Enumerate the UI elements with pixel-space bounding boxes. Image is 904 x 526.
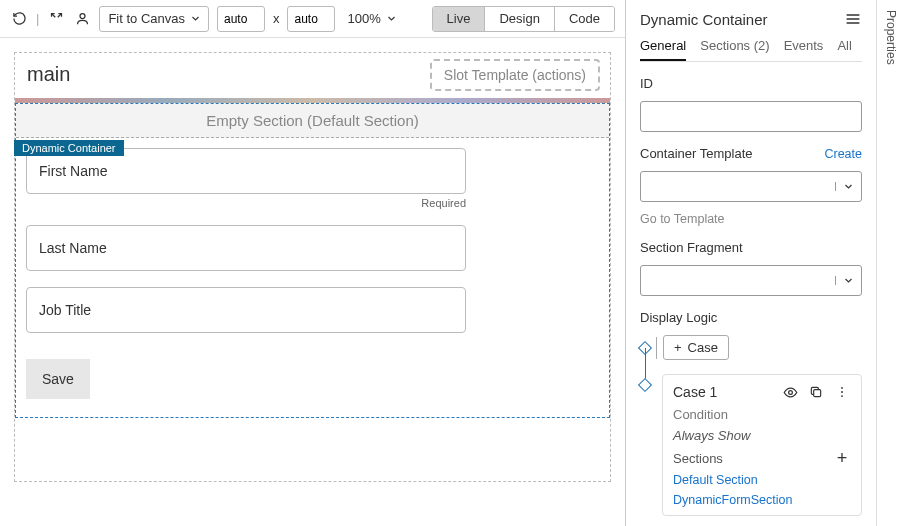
top-toolbar: | Fit to Canvas x 100% Live Design Code: [0, 0, 625, 38]
id-input[interactable]: [640, 101, 862, 132]
decision-node-icon: [638, 378, 652, 392]
chevron-down-icon: [835, 182, 861, 191]
display-logic-root: + Case: [640, 335, 862, 360]
id-label: ID: [640, 76, 862, 91]
tab-all[interactable]: All: [837, 38, 851, 61]
user-icon[interactable]: [73, 10, 91, 28]
expand-icon[interactable]: [47, 10, 65, 28]
form-area: Required Save: [16, 138, 609, 399]
container-template-select[interactable]: [640, 171, 862, 202]
properties-rail[interactable]: Properties: [876, 0, 904, 526]
menu-icon[interactable]: [844, 10, 862, 28]
fit-label: Fit to Canvas: [108, 11, 185, 26]
svg-point-4: [841, 391, 843, 393]
condition-value: Always Show: [673, 428, 851, 443]
sections-label: Sections: [673, 451, 723, 466]
tab-general[interactable]: General: [640, 38, 686, 61]
properties-panel: Dynamic Container General Sections (2) E…: [626, 0, 876, 526]
section-fragment-label: Section Fragment: [640, 240, 862, 255]
svg-point-5: [841, 395, 843, 397]
mode-switch: Live Design Code: [432, 6, 615, 32]
rail-label: Properties: [884, 10, 898, 65]
props-header: Dynamic Container: [640, 10, 862, 28]
refresh-icon[interactable]: [10, 10, 28, 28]
first-name-field: Required: [26, 148, 599, 209]
create-link[interactable]: Create: [824, 147, 862, 161]
case-actions: [781, 383, 851, 401]
job-title-field: [26, 287, 599, 333]
container-template-label: Container Template Create: [640, 146, 862, 161]
props-title: Dynamic Container: [640, 11, 768, 28]
chevron-down-icon: [191, 14, 200, 23]
separator: |: [36, 11, 39, 26]
job-title-input[interactable]: [26, 287, 466, 333]
case-title: Case 1: [673, 384, 717, 400]
main-column: | Fit to Canvas x 100% Live Design Code …: [0, 0, 626, 526]
last-name-field: [26, 225, 599, 271]
tree-connector: [640, 374, 662, 516]
display-logic-label: Display Logic: [640, 310, 862, 325]
kebab-icon[interactable]: [833, 383, 851, 401]
mode-live-button[interactable]: Live: [433, 7, 486, 31]
tab-events[interactable]: Events: [784, 38, 824, 61]
chevron-down-icon: [387, 14, 396, 23]
chevron-down-icon: [835, 276, 861, 285]
empty-section-label[interactable]: Empty Section (Default Section): [16, 104, 609, 138]
canvas-viewport: main Slot Template (actions) Dynamic Con…: [0, 38, 625, 526]
case-button-label: Case: [688, 340, 718, 355]
zoom-label: 100%: [347, 11, 380, 26]
slot-template-actions[interactable]: Slot Template (actions): [430, 59, 600, 91]
eye-icon[interactable]: [781, 383, 799, 401]
plus-icon[interactable]: +: [833, 449, 851, 467]
condition-label: Condition: [673, 407, 851, 422]
dynamic-container-badge: Dynamic Container: [14, 140, 124, 156]
width-input[interactable]: [217, 6, 265, 32]
svg-point-0: [80, 14, 85, 19]
connector-line: [656, 337, 657, 359]
case-card[interactable]: Case 1 Condition Always Show Sections + …: [662, 374, 862, 516]
section-fragment-select[interactable]: [640, 265, 862, 296]
copy-icon[interactable]: [807, 383, 825, 401]
save-button[interactable]: Save: [26, 359, 90, 399]
section-link-dynamic[interactable]: DynamicFormSection: [673, 493, 851, 507]
add-case-button[interactable]: + Case: [663, 335, 729, 360]
dim-x-label: x: [273, 11, 280, 26]
tab-sections[interactable]: Sections (2): [700, 38, 769, 61]
container-template-text: Container Template: [640, 146, 753, 161]
props-tabs: General Sections (2) Events All: [640, 38, 862, 62]
fit-dropdown[interactable]: Fit to Canvas: [99, 6, 209, 32]
case-tree: Case 1 Condition Always Show Sections + …: [640, 374, 862, 516]
mode-code-button[interactable]: Code: [555, 7, 614, 31]
last-name-input[interactable]: [26, 225, 466, 271]
plus-icon: +: [674, 340, 682, 355]
page-canvas[interactable]: main Slot Template (actions) Dynamic Con…: [14, 52, 611, 482]
section-link-default[interactable]: Default Section: [673, 473, 851, 487]
height-input[interactable]: [287, 6, 335, 32]
mode-design-button[interactable]: Design: [485, 7, 554, 31]
svg-point-3: [841, 387, 843, 389]
svg-point-1: [788, 390, 792, 394]
required-hint: Required: [26, 197, 466, 209]
sections-row: Sections +: [673, 449, 851, 467]
goto-template-link[interactable]: Go to Template: [640, 212, 862, 226]
zoom-dropdown[interactable]: 100%: [343, 6, 399, 32]
svg-rect-2: [814, 390, 821, 397]
case-title-row: Case 1: [673, 383, 851, 401]
